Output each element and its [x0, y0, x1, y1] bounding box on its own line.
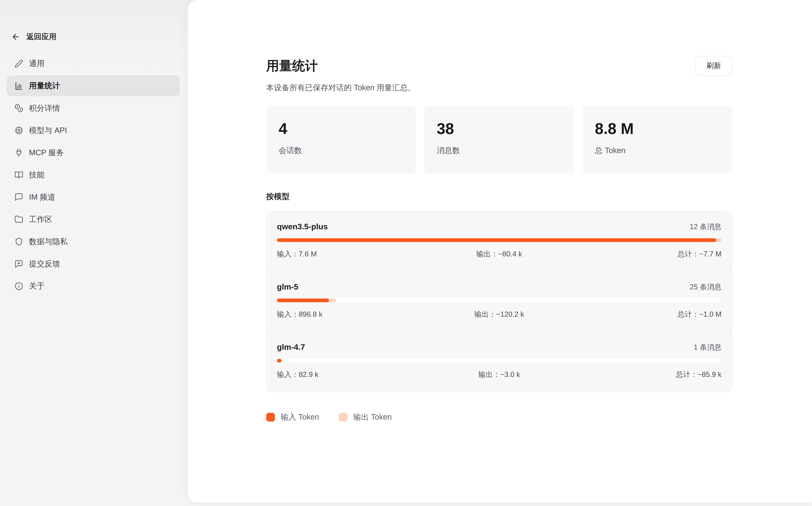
model-output-tokens: 输出：~120.2 k	[425, 310, 573, 319]
stat-label: 消息数	[437, 145, 562, 156]
page-title: 用量统计	[266, 57, 318, 75]
sidebar-nav: 通用 用量统计 积分详情 模型与 API	[0, 53, 188, 297]
sidebar-item-general[interactable]: 通用	[7, 53, 179, 74]
output-token-swatch	[339, 413, 348, 422]
model-message-count: 1 条消息	[694, 342, 722, 352]
sidebar-item-label: 提交反馈	[29, 259, 60, 269]
book-open-icon	[14, 170, 23, 179]
sidebar-item-feedback[interactable]: 提交反馈	[7, 253, 179, 274]
page-header: 用量统计 刷新	[266, 56, 732, 76]
sidebar-item-label: 关于	[29, 281, 45, 291]
bar-chart-icon	[14, 82, 23, 90]
stat-value: 4	[279, 120, 403, 138]
main-panel: 用量统计 刷新 本设备所有已保存对话的 Token 用量汇总。 4 会话数 38…	[188, 0, 812, 503]
input-token-bar	[277, 299, 329, 302]
refresh-button[interactable]: 刷新	[695, 56, 732, 76]
model-output-tokens: 输出：~3.0 k	[425, 370, 573, 380]
message-plus-icon	[14, 260, 23, 268]
legend-item-input: 输入 Token	[266, 412, 319, 422]
sidebar-item-label: MCP 服务	[29, 147, 64, 158]
legend-label: 输入 Token	[281, 412, 319, 422]
sidebar-item-label: 模型与 API	[29, 125, 67, 136]
sidebar-item-workspace[interactable]: 工作区	[7, 209, 179, 230]
app-window: 返回应用 通用 用量统计 积分详情	[0, 0, 812, 506]
legend-label: 输出 Token	[353, 412, 392, 422]
model-row-qwen3-5-plus: qwen3.5-plus 12 条消息 输入：7.6 M 输出：~80.4 k …	[267, 212, 732, 271]
back-label: 返回应用	[26, 32, 56, 42]
pencil-icon	[14, 59, 23, 68]
back-button[interactable]: 返回应用	[11, 29, 179, 45]
legend-item-output: 输出 Token	[339, 412, 392, 422]
cpu-chip-icon	[14, 126, 23, 135]
model-row-glm-5: glm-5 25 条消息 输入：896.8 k 输出：~120.2 k 总计：~…	[267, 271, 732, 332]
sidebar-item-data-privacy[interactable]: 数据与隐私	[7, 231, 179, 252]
input-token-swatch	[266, 413, 275, 422]
stat-value: 8.8 M	[595, 120, 720, 138]
sidebar-item-im-channel[interactable]: IM 频道	[7, 187, 179, 207]
model-message-count: 12 条消息	[690, 222, 722, 232]
sidebar-item-label: 工作区	[29, 214, 52, 225]
token-usage-bar	[277, 299, 722, 302]
model-output-tokens: 输出：~80.4 k	[425, 249, 573, 259]
sidebar: 返回应用 通用 用量统计 积分详情	[0, 0, 188, 506]
model-name: glm-5	[277, 282, 298, 291]
message-icon	[14, 193, 23, 201]
model-usage-panel: qwen3.5-plus 12 条消息 输入：7.6 M 输出：~80.4 k …	[266, 211, 732, 392]
model-total-tokens: 总计：~85.9 k	[573, 370, 722, 380]
folder-icon	[14, 215, 23, 224]
sidebar-item-models-api[interactable]: 模型与 API	[7, 120, 179, 141]
sidebar-item-credits[interactable]: 积分详情	[7, 98, 179, 118]
model-row-glm-4-7: glm-4.7 1 条消息 输入：82.9 k 输出：~3.0 k 总计：~85…	[267, 332, 732, 392]
model-message-count: 25 条消息	[690, 282, 722, 292]
sidebar-item-skills[interactable]: 技能	[7, 165, 179, 185]
stat-value: 38	[437, 120, 562, 138]
sidebar-item-about[interactable]: 关于	[7, 276, 179, 297]
stats-row: 4 会话数 38 消息数 8.8 M 总 Token	[266, 106, 732, 174]
model-name: qwen3.5-plus	[277, 222, 328, 231]
sidebar-item-mcp[interactable]: MCP 服务	[7, 142, 179, 163]
coins-icon	[14, 104, 23, 112]
stat-label: 会话数	[279, 145, 403, 156]
page-subtitle: 本设备所有已保存对话的 Token 用量汇总。	[266, 82, 732, 93]
model-name: glm-4.7	[277, 343, 305, 352]
sidebar-item-label: 数据与隐私	[29, 236, 68, 247]
sidebar-item-label: 用量统计	[29, 81, 60, 91]
model-total-tokens: 总计：~1.0 M	[573, 310, 722, 319]
model-input-tokens: 输入：82.9 k	[277, 370, 425, 380]
input-token-bar	[277, 238, 716, 242]
stat-card-messages: 38 消息数	[424, 106, 574, 174]
input-token-bar	[277, 359, 281, 362]
plug-icon	[14, 148, 23, 157]
sidebar-item-label: 技能	[29, 170, 45, 180]
info-icon	[14, 282, 23, 290]
sidebar-item-usage-stats[interactable]: 用量统计	[7, 75, 179, 96]
token-usage-bar	[277, 238, 722, 242]
model-total-tokens: 总计：~7.7 M	[573, 249, 722, 259]
stat-card-total-tokens: 8.8 M 总 Token	[583, 106, 732, 174]
sidebar-item-label: IM 频道	[29, 192, 56, 202]
model-input-tokens: 输入：7.6 M	[277, 249, 425, 259]
sidebar-item-label: 通用	[29, 58, 45, 69]
stat-label: 总 Token	[595, 145, 720, 156]
legend: 输入 Token 输出 Token	[266, 412, 732, 422]
model-input-tokens: 输入：896.8 k	[277, 310, 425, 319]
sidebar-item-label: 积分详情	[29, 103, 60, 113]
arrow-left-icon	[11, 32, 20, 41]
by-model-heading: 按模型	[266, 191, 732, 202]
stat-card-sessions: 4 会话数	[266, 106, 416, 174]
shield-icon	[14, 237, 23, 246]
token-usage-bar	[277, 359, 722, 362]
